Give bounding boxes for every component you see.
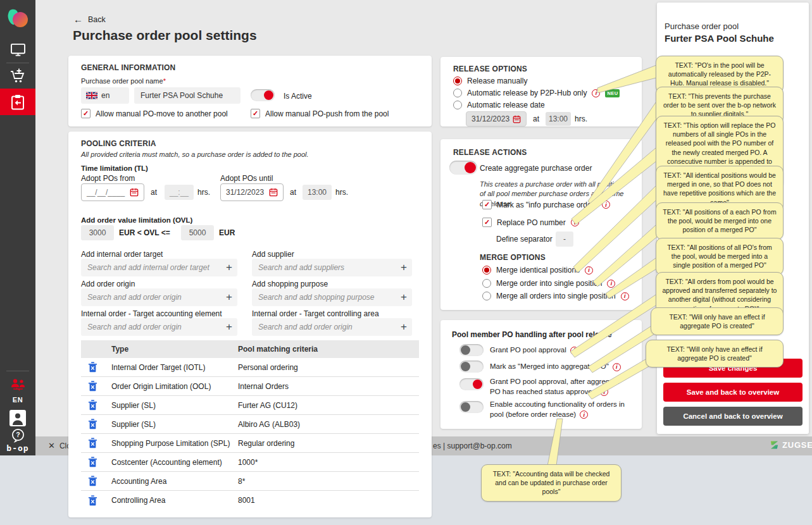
supplier-search-input[interactable] <box>252 259 412 276</box>
delete-icon[interactable] <box>88 419 97 429</box>
save-back-button[interactable]: Save and back to overview <box>663 383 803 402</box>
add-icon[interactable]: + <box>226 291 232 304</box>
add-icon[interactable]: + <box>401 291 407 304</box>
merge-all-single-radio[interactable] <box>482 292 491 300</box>
section-title: GENERAL INFORMATION <box>81 63 175 72</box>
field-label: Internal order - Target controlling area <box>252 309 379 318</box>
sidebar-item-profile[interactable] <box>0 409 35 428</box>
release-date-input[interactable]: 31/12/2023 <box>466 111 527 127</box>
app-logo[interactable] <box>0 5 35 34</box>
neu-badge: NEU <box>605 89 620 97</box>
sidebar-divider <box>6 371 29 371</box>
info-icon[interactable]: i <box>580 411 588 419</box>
calendar-icon[interactable] <box>130 188 139 197</box>
order-origin-search-input[interactable] <box>81 288 237 306</box>
delete-icon[interactable] <box>88 400 97 411</box>
info-icon[interactable]: i <box>607 280 615 288</box>
delete-icon[interactable] <box>88 381 97 392</box>
release-options-card: RELEASE OPTIONS Release manually Automat… <box>440 57 642 127</box>
po-push-checkbox[interactable]: ✓ <box>251 109 260 118</box>
table-row: Accounting Area 8* <box>81 472 419 491</box>
sidebar-item-users[interactable] <box>0 376 35 393</box>
delete-icon[interactable] <box>88 457 97 467</box>
tooltip: TEXT: "All positions of a each PO from t… <box>656 202 784 240</box>
sidebar-language[interactable]: EN <box>0 393 35 406</box>
target-accounting-element-search-input[interactable] <box>81 318 237 336</box>
info-icon[interactable]: i <box>600 388 608 396</box>
sidebar-item-po-pool[interactable] <box>0 89 35 115</box>
po-push-label: Allow manual PO-push from the pool <box>265 109 389 118</box>
info-po-checkbox[interactable]: ✓ <box>482 200 492 209</box>
delete-icon[interactable] <box>88 362 97 373</box>
back-button[interactable]: ← Back <box>73 14 106 25</box>
info-icon[interactable]: i <box>585 266 593 275</box>
enable-accounting-toggle[interactable] <box>459 401 484 413</box>
radio-label: Automatic release date <box>467 101 545 109</box>
language-code: en <box>101 91 109 100</box>
add-icon[interactable]: + <box>401 261 407 274</box>
radio-label: Merge order into single position <box>496 279 602 288</box>
po-move-checkbox[interactable]: ✓ <box>81 109 91 118</box>
grant-after-aggregate-toggle[interactable] <box>459 378 484 390</box>
radio-label: Release manually <box>467 77 527 85</box>
info-icon[interactable]: i <box>592 89 600 97</box>
add-icon[interactable]: + <box>401 321 407 333</box>
info-icon[interactable]: i <box>570 347 578 355</box>
delete-icon[interactable] <box>88 495 97 506</box>
calendar-icon[interactable] <box>269 188 278 197</box>
checkbox-row-move: ✓ Allow manual PO-move to another pool <box>81 109 228 118</box>
info-icon[interactable]: i <box>571 218 579 226</box>
pool-name-input[interactable] <box>134 87 240 104</box>
adopt-from-date-input[interactable]: __/__/____ <box>81 183 144 201</box>
adopt-until-date-input[interactable]: 31/12/2023 <box>220 183 284 201</box>
release-manually-radio[interactable] <box>453 77 462 85</box>
table-row: Internal Order Target (IOTL) Personal or… <box>81 358 419 377</box>
automatic-date-radio[interactable] <box>453 101 462 109</box>
add-icon[interactable]: + <box>226 321 232 333</box>
internal-order-target-search-input[interactable] <box>81 259 237 276</box>
delete-icon[interactable] <box>88 476 97 486</box>
adopt-until-label: Adopt POs until <box>220 174 273 183</box>
release-time-input[interactable]: 13:00 <box>546 112 571 126</box>
ovl-max-input[interactable]: 5000 <box>181 225 214 240</box>
shopping-purpose-search-input[interactable] <box>252 288 412 306</box>
user-avatar-icon <box>9 410 26 426</box>
time-limitation-label: Time limitation (TL) <box>81 164 148 172</box>
automatic-p2p-radio[interactable] <box>453 89 462 97</box>
svg-text:?: ? <box>16 431 20 438</box>
delete-icon[interactable] <box>88 438 97 448</box>
language-selector[interactable]: en <box>81 87 129 104</box>
separator-input[interactable]: - <box>556 232 573 247</box>
calendar-icon[interactable] <box>513 115 521 123</box>
add-icon[interactable]: + <box>226 261 232 274</box>
merge-identical-radio[interactable] <box>482 266 491 275</box>
close-preview-button[interactable]: ✕ Clo <box>48 441 71 450</box>
adopt-from-label: Adopt POs from <box>81 174 135 183</box>
cancel-back-button[interactable]: Cancel and back to overview <box>663 407 803 426</box>
adopt-from-time-input[interactable]: __:__ <box>165 185 194 200</box>
section-title: Pool member PO handling after pool relea… <box>452 330 612 339</box>
target-controlling-area-search-input[interactable] <box>252 318 412 336</box>
ovl-min-input[interactable]: 3000 <box>81 225 114 240</box>
ovl-unit: EUR <box>219 228 235 237</box>
bop-logo-text: b-op <box>6 443 28 453</box>
pooling-subtitle: All provided criteria must match, so a p… <box>81 151 309 158</box>
is-active-toggle[interactable] <box>251 89 275 101</box>
table-row: Costcenter (Accounting element) 1000* <box>81 453 419 472</box>
info-icon[interactable]: i <box>613 363 621 371</box>
sidebar-item-cart[interactable] <box>0 65 35 87</box>
grant-approval-toggle[interactable] <box>459 344 484 356</box>
ovl-comparator: EUR < OVL <= <box>119 228 170 237</box>
create-aggregate-toggle[interactable] <box>449 161 477 175</box>
replace-po-checkbox[interactable]: ✓ <box>482 218 492 227</box>
adopt-until-time-input[interactable]: 13:00 <box>303 185 332 200</box>
info-icon[interactable]: i <box>621 292 629 300</box>
sidebar-bop-logo: b-op <box>0 442 35 454</box>
merge-order-single-radio[interactable] <box>482 279 491 288</box>
sidebar-item-dashboard[interactable] <box>0 38 35 61</box>
table-row: Supplier (SL) Furter AG (CU12) <box>81 396 419 415</box>
info-icon[interactable]: i <box>602 201 610 209</box>
mark-merged-toggle[interactable] <box>459 361 484 373</box>
hrs-label: hrs. <box>575 114 587 123</box>
brand-name: ZUGSEIL <box>782 440 812 450</box>
